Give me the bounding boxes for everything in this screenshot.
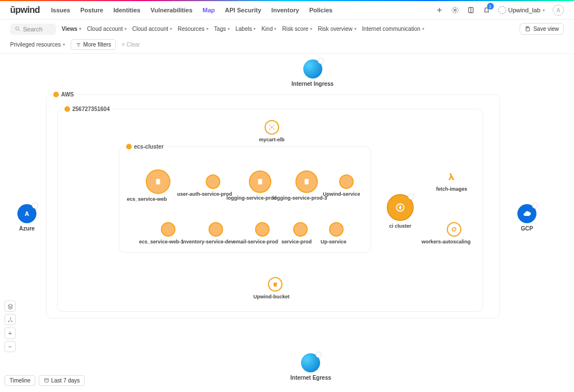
autoscaling-icon [447,222,461,237]
node-label: fetch-images [436,186,467,192]
svg-point-16 [8,321,9,322]
nav-map[interactable]: Map [202,7,215,13]
node-label: Upwind-service [323,191,360,197]
nav-identities[interactable]: Identities [113,7,140,13]
node-internet-ingress[interactable]: Internet Ingress [291,59,334,87]
node-workers-autoscaling[interactable]: workers-autoscaling [437,222,471,245]
node-label: mycart-elb [259,137,285,142]
node-fetch-images[interactable]: fetch-images [436,169,467,192]
node-label: workers-autoscaling [422,239,471,245]
node-ecs-service-web[interactable]: ecs_service-web [146,169,170,202]
node-ecs-service-web-1[interactable]: ecs_service-web-1 [152,222,184,245]
add-button[interactable] [436,6,443,14]
search-icon [15,26,21,32]
filter-internet-communication[interactable]: Internet communication▾ [362,26,424,32]
node-ci-cluster[interactable]: ci cluster [387,194,414,229]
group-aws-label: AWS [51,91,76,98]
node-label: GCP [517,225,536,232]
topology-canvas[interactable]: AWS 256727351604 ecs-cluster [0,54,574,392]
node-label: Internet Egress [290,375,331,381]
notifications-button[interactable]: 1 [483,6,490,14]
group-account-label: 256727351604 [62,106,112,112]
svg-point-3 [16,27,18,30]
org-switcher[interactable]: Upwind_lab ▾ [498,6,545,14]
timeline-button[interactable]: Timeline [4,375,35,386]
svg-rect-12 [258,179,262,184]
filter-resources[interactable]: Resources▾ [178,26,209,32]
zoom-out-button[interactable]: − [4,341,16,352]
node-label: user-auth-service-prod [177,191,232,197]
lambda-icon [445,169,459,184]
save-view-button[interactable]: Save view [520,23,564,35]
settings-button[interactable] [451,6,459,14]
clear-filters-button[interactable]: × Clear [122,41,140,48]
views-dropdown[interactable]: Views▾ [62,26,81,32]
node-service-prod[interactable]: service-prod [289,222,312,245]
filter-tags[interactable]: Tags▾ [214,26,230,32]
notification-badge: 1 [487,3,494,10]
hierarchy-button[interactable] [4,314,16,325]
filter-risk-score[interactable]: Risk score▾ [282,26,312,32]
library-button[interactable] [467,6,475,14]
org-name-label: Upwind_lab [508,7,540,13]
svg-point-0 [454,9,456,11]
node-label: Internet Ingress [291,81,334,87]
node-email-prod[interactable]: email-service-prod [247,222,278,245]
svg-point-15 [10,317,11,319]
service-icon [329,222,344,237]
service-icon [206,174,220,189]
brand-logo[interactable]: ūpwind [10,5,40,15]
node-upwind-bucket[interactable]: Upwind-bucket [261,277,290,299]
filter-cloud-account-2[interactable]: Cloud account▾ [132,26,172,32]
filter-labels[interactable]: Labels▾ [235,26,256,32]
svg-line-4 [18,30,20,31]
date-range-label: Last 7 days [51,377,80,384]
node-logging-3[interactable]: logging-service-prod-3 [286,170,327,201]
svg-point-8 [273,125,274,126]
node-label: Upwind-bucket [253,294,290,299]
nav-issues[interactable]: Issues [51,7,70,13]
filter-risk-overview[interactable]: Risk overview▾ [318,26,357,32]
node-gcp[interactable]: GCP [517,204,536,232]
filter-privileged-resources[interactable]: Privileged resources▾ [10,41,65,48]
node-label: ecs_service-web [123,196,170,202]
azure-icon: A [17,204,36,223]
cluster-icon [387,194,414,221]
filter-cloud-account[interactable]: Cloud account▾ [87,26,127,32]
bucket-icon [268,277,283,292]
node-user-auth[interactable]: user-auth-service-prod [194,174,232,197]
calendar-icon [44,377,49,383]
cloud-icon [522,209,531,218]
svg-rect-11 [156,179,160,184]
node-internet-egress[interactable]: Internet Egress [290,353,331,381]
chevron-down-icon: ▾ [543,8,545,13]
node-label: logging-service-prod-3 [272,195,327,201]
layers-button[interactable] [4,301,16,312]
service-icon [293,222,308,237]
search-input[interactable]: Search [10,24,56,35]
node-inventory-dev[interactable]: inventory-service-dev [197,222,234,245]
svg-point-17 [11,321,12,322]
node-logging[interactable]: logging-service-prod [243,170,277,201]
nav-posture[interactable]: Posture [80,7,103,13]
zoom-in-button[interactable]: + [4,328,16,339]
node-mycart-elb[interactable]: mycart-elb [259,120,285,142]
node-upwind-service[interactable]: Upwind-service [333,174,360,197]
user-avatar[interactable]: A [553,4,564,16]
date-range-button[interactable]: Last 7 days [39,375,85,386]
nav-api-security[interactable]: API Security [225,7,261,13]
node-azure[interactable]: A Azure [17,204,36,232]
nav-policies[interactable]: Policies [309,7,333,13]
layers-icon [7,303,13,310]
filter-kind[interactable]: Kind▾ [261,26,276,32]
node-label: Up-service [321,239,346,245]
more-filters-button[interactable]: More filters [71,39,116,50]
svg-point-9 [269,128,270,130]
nav-vulnerabilities[interactable]: Vulnerabilities [151,7,193,13]
node-label: inventory-service-dev [182,239,234,245]
service-icon [339,174,354,189]
node-up-service[interactable]: Up-service [326,222,346,245]
service-icon [249,170,271,193]
nav-inventory[interactable]: Inventory [271,7,299,13]
book-icon [467,6,475,14]
